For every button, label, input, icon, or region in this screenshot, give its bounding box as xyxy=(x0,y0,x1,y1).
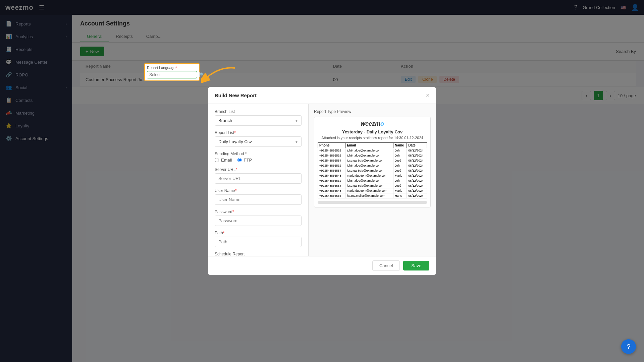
preview-table-cell: 06/12/2024 xyxy=(407,148,427,153)
preview-table-cell: +972548866532 xyxy=(318,163,345,168)
schedule-report-group: Schedule Report Choose Day xyxy=(215,252,302,256)
modal-right-panel: Report Type Preview weezmo Yesterday - D… xyxy=(309,104,436,256)
preview-table-cell: +972548866532 xyxy=(318,178,345,183)
preview-table-cell: John xyxy=(393,153,407,158)
preview-table-cell: Hans xyxy=(393,193,407,198)
preview-table-cell: joh6n.doe@example.com xyxy=(345,178,393,183)
modal-left-panel: Branch List Branch Report List* Daily Lo… xyxy=(208,104,309,256)
help-fab-icon: ? xyxy=(627,343,630,351)
schedule-report-label: Schedule Report xyxy=(215,252,302,256)
preview-table-cell: José xyxy=(393,168,407,173)
password-group: Password* xyxy=(215,209,302,226)
preview-table-cell: Marie xyxy=(393,188,407,193)
preview-table-cell: +972548866554 xyxy=(318,168,345,173)
preview-table-cell: 06/12/2024 xyxy=(407,188,427,193)
preview-table-cell: marie.dup6ont@example.com xyxy=(345,188,393,193)
preview-table-row: +972548866543marie.dup6ont@example.comMa… xyxy=(318,188,427,193)
sending-method-group: Sending Method * Email FTP xyxy=(215,152,302,163)
report-list-group: Report List* Daily Loyalty Csv xyxy=(215,130,302,147)
preview-table-row: +972548866554jose.gar8cia@example.comJos… xyxy=(318,168,427,173)
modal-close-button[interactable]: × xyxy=(426,92,429,99)
preview-col-name: Name xyxy=(393,143,407,148)
server-url-label: Server URL* xyxy=(215,167,302,172)
preview-table-cell: 06/12/2024 xyxy=(407,163,427,168)
preview-table-cell: John xyxy=(393,178,407,183)
preview-table-cell: José xyxy=(393,183,407,188)
preview-scrollbar[interactable] xyxy=(318,201,427,204)
preview-col-phone: Phone xyxy=(318,143,345,148)
report-list-select[interactable]: Daily Loyalty Csv xyxy=(215,136,302,147)
preview-table-cell: +972548866532 xyxy=(318,153,345,158)
preview-table-row: +972548866532joh6n.doe@example.comJohn06… xyxy=(318,163,427,168)
preview-table-cell: Marie xyxy=(393,173,407,178)
preview-table-row: +972548866532joh6n.doe@example.comJohn06… xyxy=(318,153,427,158)
preview-col-email: Email xyxy=(345,143,393,148)
report-language-search-box: 🔍 xyxy=(147,71,197,78)
preview-table-cell: 06/12/2024 xyxy=(407,158,427,163)
ftp-radio[interactable] xyxy=(237,158,242,162)
preview-table-row: +972548866543marie.dup6ont@example.comMa… xyxy=(318,173,427,178)
preview-table-row: +972548866554jose.gar8cia@example.comJos… xyxy=(318,158,427,163)
report-list-label: Report List* xyxy=(215,130,302,135)
server-url-group: Server URL* xyxy=(215,167,302,184)
preview-col-date: Date xyxy=(407,143,427,148)
preview-table-cell: jose.gar8cia@example.com xyxy=(345,168,393,173)
preview-table-row: +972548866532joh6n.doe@example.comJohn06… xyxy=(318,178,427,183)
preview-table-row: +972548866554jose.gar8cia@example.comJos… xyxy=(318,183,427,188)
preview-table-cell: John xyxy=(393,163,407,168)
search-icon: 🔍 xyxy=(200,72,205,77)
ftp-radio-item[interactable]: FTP xyxy=(237,158,252,163)
password-input[interactable] xyxy=(215,216,302,226)
report-language-search-input[interactable] xyxy=(149,72,200,77)
modal-header: Build New Report × xyxy=(208,87,436,104)
preview-weezmo-brand: weezmo xyxy=(361,120,384,127)
report-language-popup-label: Report Language* xyxy=(147,66,197,70)
preview-table-cell: 06/12/2024 xyxy=(407,173,427,178)
preview-table-cell: joh6n.doe@example.com xyxy=(345,153,393,158)
preview-table-cell: +972548866543 xyxy=(318,173,345,178)
report-language-popup: Report Language* 🔍 xyxy=(144,63,200,81)
preview-table-cell: 06/12/2024 xyxy=(407,168,427,173)
email-radio[interactable] xyxy=(215,158,219,162)
path-input[interactable] xyxy=(215,237,302,247)
ftp-label: FTP xyxy=(244,158,252,163)
preview-table-cell: 06/12/2024 xyxy=(407,178,427,183)
modal-footer: Cancel Save xyxy=(208,256,436,275)
preview-table-cell: John xyxy=(393,148,407,153)
save-button[interactable]: Save xyxy=(403,261,429,270)
email-radio-item[interactable]: Email xyxy=(215,158,232,163)
preview-table-cell: 06/12/2024 xyxy=(407,193,427,198)
modal-body: Branch List Branch Report List* Daily Lo… xyxy=(208,104,436,256)
build-report-modal: Build New Report × Branch List Branch Re… xyxy=(208,87,436,275)
preview-table-cell: ha3ns.muller@example.com xyxy=(345,193,393,198)
preview-table-cell: +972548866532 xyxy=(318,148,345,153)
preview-table-cell: 06/12/2024 xyxy=(407,183,427,188)
preview-table-cell: +972548866543 xyxy=(318,188,345,193)
branch-list-group: Branch List Branch xyxy=(215,109,302,126)
preview-email-title: Yesterday - Daily Loyalty Csv xyxy=(318,129,427,134)
cancel-button[interactable]: Cancel xyxy=(372,260,400,271)
preview-table-cell: joh6n.doe@example.com xyxy=(345,148,393,153)
branch-select[interactable]: Branch xyxy=(215,115,302,126)
preview-title: Report Type Preview xyxy=(314,109,431,114)
user-name-group: User Name* xyxy=(215,188,302,205)
sending-method-radio-group: Email FTP xyxy=(215,158,302,163)
branch-select-wrapper: Branch xyxy=(215,115,302,126)
preview-table-row: +972548866532joh6n.doe@example.comJohn06… xyxy=(318,148,427,153)
email-label: Email xyxy=(221,158,232,163)
preview-table-cell: +972548866565 xyxy=(318,193,345,198)
server-url-input[interactable] xyxy=(215,173,302,184)
user-name-input[interactable] xyxy=(215,194,302,205)
sending-method-label: Sending Method * xyxy=(215,152,302,156)
path-label: Path* xyxy=(215,231,302,235)
preview-content: weezmo Yesterday - Daily Loyalty Csv Att… xyxy=(314,117,431,207)
help-fab-button[interactable]: ? xyxy=(621,339,636,354)
preview-table-cell: 06/12/2024 xyxy=(407,153,427,158)
preview-table-cell: jose.gar8cia@example.com xyxy=(345,158,393,163)
path-group: Path* xyxy=(215,231,302,247)
preview-table-cell: José xyxy=(393,158,407,163)
preview-table-cell: +972548866554 xyxy=(318,183,345,188)
preview-table-row: +972548866565ha3ns.muller@example.comHan… xyxy=(318,193,427,198)
preview-table-cell: marie.dup6ont@example.com xyxy=(345,173,393,178)
report-list-wrapper: Daily Loyalty Csv xyxy=(215,136,302,147)
